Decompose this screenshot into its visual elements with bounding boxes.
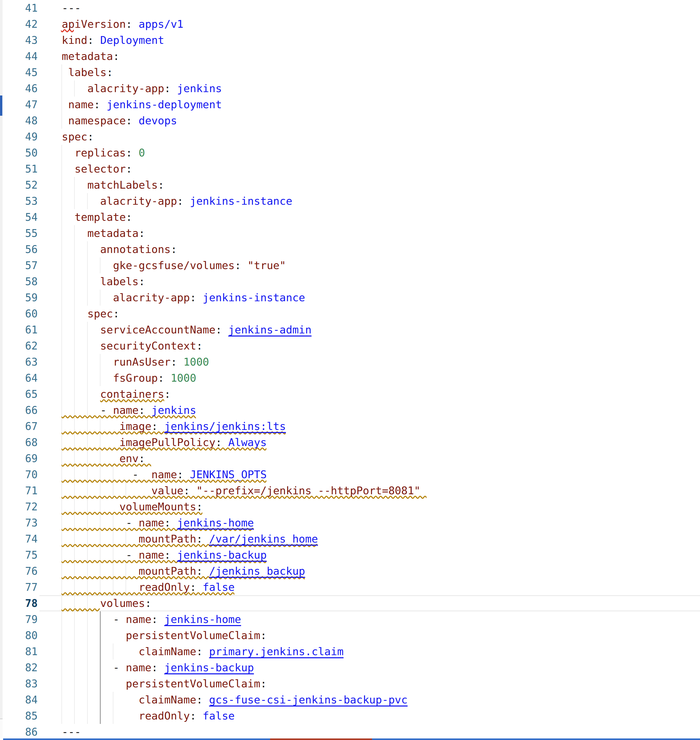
line-number[interactable]: 57 (0, 257, 38, 274)
line-number[interactable]: 77 (0, 579, 38, 595)
code-text[interactable]: kind: Deployment (62, 32, 164, 48)
code-text[interactable]: volumes: (62, 595, 151, 611)
code-text[interactable]: spec: (62, 129, 94, 145)
code-text[interactable]: spec: (62, 306, 119, 322)
code-line[interactable]: 50 replicas: 0 (0, 145, 700, 161)
code-text[interactable]: runAsUser: 1000 (62, 354, 209, 370)
yaml-link-value[interactable]: /var/jenkins_home (209, 533, 318, 545)
code-line[interactable]: 48 namespace: devops (0, 113, 700, 129)
line-number[interactable]: 50 (0, 145, 38, 161)
code-text[interactable]: name: jenkins-deployment (62, 97, 222, 113)
line-number[interactable]: 58 (0, 274, 38, 290)
code-text[interactable]: env: (62, 450, 145, 466)
code-line[interactable]: 81 claimName: primary.jenkins.claim (0, 643, 700, 659)
code-text[interactable]: --- (62, 0, 81, 16)
code-text[interactable]: - name: jenkins-home (62, 611, 241, 627)
code-text[interactable]: - name: jenkins (62, 402, 196, 418)
code-line[interactable]: 84 claimName: gcs-fuse-csi-jenkins-backu… (0, 692, 700, 708)
code-text[interactable]: template: (62, 209, 132, 225)
line-number[interactable]: 54 (0, 209, 38, 225)
code-text[interactable]: alacrity-app: jenkins-instance (62, 193, 293, 209)
line-number[interactable]: 67 (0, 418, 38, 434)
line-number[interactable]: 81 (0, 643, 38, 659)
code-text[interactable]: mountPath: /jenkins_backup (62, 563, 305, 579)
line-number[interactable]: 49 (0, 129, 38, 145)
line-number[interactable]: 79 (0, 611, 38, 627)
code-text[interactable]: --- (62, 724, 81, 740)
code-line[interactable]: 73 - name: jenkins-home (0, 515, 700, 531)
code-text[interactable]: persistentVolumeClaim: (62, 627, 267, 643)
code-line[interactable]: 62 securityContext: (0, 338, 700, 354)
code-text[interactable]: labels: (62, 64, 113, 81)
line-number[interactable]: 70 (0, 466, 38, 483)
code-text[interactable]: image: jenkins/jenkins:lts (62, 418, 286, 434)
code-text[interactable]: apiVersion: apps/v1 (62, 16, 184, 32)
code-text[interactable]: - name: jenkins-backup (62, 659, 254, 676)
code-text[interactable]: - name: jenkins-backup (62, 547, 267, 563)
code-text[interactable]: - name: jenkins-home (62, 515, 254, 531)
code-line[interactable]: 66 - name: jenkins (0, 402, 700, 418)
code-line[interactable]: 79 - name: jenkins-home (0, 611, 700, 627)
line-number[interactable]: 56 (0, 241, 38, 257)
code-line[interactable]: 76 mountPath: /jenkins_backup (0, 563, 700, 579)
line-number[interactable]: 63 (0, 354, 38, 370)
line-number[interactable]: 66 (0, 402, 38, 418)
code-line[interactable]: 44metadata: (0, 48, 700, 64)
line-number[interactable]: 82 (0, 659, 38, 676)
code-line[interactable]: 71 value: "--prefix=/jenkins --httpPort=… (0, 483, 700, 499)
line-number[interactable]: 74 (0, 531, 38, 547)
line-number[interactable]: 59 (0, 290, 38, 306)
code-line[interactable]: 43kind: Deployment (0, 32, 700, 48)
code-line[interactable]: 58 labels: (0, 274, 700, 290)
code-line[interactable]: 57 gke-gcsfuse/volumes: "true" (0, 257, 700, 274)
line-number[interactable]: 62 (0, 338, 38, 354)
code-text[interactable]: metadata: (62, 225, 145, 241)
yaml-link-value[interactable]: jenkins/jenkins:lts (164, 420, 286, 433)
line-number[interactable]: 65 (0, 386, 38, 402)
line-number[interactable]: 51 (0, 161, 38, 177)
code-line[interactable]: 52 matchLabels: (0, 177, 700, 193)
code-line[interactable]: 74 mountPath: /var/jenkins_home (0, 531, 700, 547)
line-number[interactable]: 43 (0, 32, 38, 48)
yaml-link-value[interactable]: jenkins-backup (164, 661, 254, 674)
code-line[interactable]: 63 runAsUser: 1000 (0, 354, 700, 370)
code-text[interactable]: serviceAccountName: jenkins-admin (62, 322, 312, 338)
code-text[interactable]: namespace: devops (62, 113, 177, 129)
code-line[interactable]: 47 name: jenkins-deployment (0, 97, 700, 113)
code-text[interactable]: volumeMounts: (62, 499, 203, 515)
code-line[interactable]: 65 containers: (0, 386, 700, 402)
code-line[interactable]: 61 serviceAccountName: jenkins-admin (0, 322, 700, 338)
code-line[interactable]: 45 labels: (0, 64, 700, 81)
line-number[interactable]: 48 (0, 113, 38, 129)
code-text[interactable]: fsGroup: 1000 (62, 370, 196, 386)
code-text[interactable]: gke-gcsfuse/volumes: "true" (62, 257, 286, 274)
line-number[interactable]: 83 (0, 676, 38, 692)
code-line[interactable]: 72 volumeMounts: (0, 499, 700, 515)
code-line[interactable]: 82 - name: jenkins-backup (0, 659, 700, 676)
code-text[interactable]: metadata: (62, 48, 119, 64)
code-text[interactable]: securityContext: (62, 338, 203, 354)
code-text[interactable]: alacrity-app: jenkins-instance (62, 290, 305, 306)
code-text[interactable]: labels: (62, 274, 145, 290)
code-line[interactable]: 78 volumes: (0, 595, 700, 611)
code-line[interactable]: 67 image: jenkins/jenkins:lts (0, 418, 700, 434)
code-text[interactable]: value: "--prefix=/jenkins --httpPort=808… (62, 483, 420, 499)
code-line[interactable]: 75 - name: jenkins-backup (0, 547, 700, 563)
code-line[interactable]: 64 fsGroup: 1000 (0, 370, 700, 386)
code-line[interactable]: 46 alacrity-app: jenkins (0, 81, 700, 97)
code-text[interactable]: replicas: 0 (62, 145, 145, 161)
line-number[interactable]: 86 (0, 724, 38, 740)
line-number[interactable]: 46 (0, 81, 38, 97)
code-text[interactable]: claimName: primary.jenkins.claim (62, 643, 344, 659)
code-line[interactable]: 60 spec: (0, 306, 700, 322)
line-number[interactable]: 52 (0, 177, 38, 193)
code-line[interactable]: 77 readOnly: false (0, 579, 700, 595)
code-line[interactable]: 85 readOnly: false (0, 708, 700, 724)
code-line[interactable]: 49spec: (0, 129, 700, 145)
line-number[interactable]: 64 (0, 370, 38, 386)
code-text[interactable]: claimName: gcs-fuse-csi-jenkins-backup-p… (62, 692, 407, 708)
line-number[interactable]: 60 (0, 306, 38, 322)
code-line[interactable]: 70 - name: JENKINS_OPTS (0, 466, 700, 483)
line-number[interactable]: 41 (0, 0, 38, 16)
line-number[interactable]: 45 (0, 64, 38, 81)
